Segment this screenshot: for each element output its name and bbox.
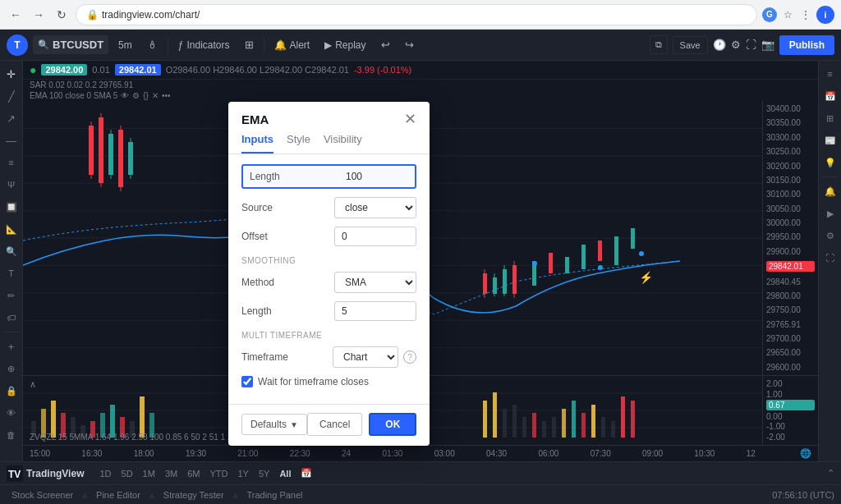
close-indicator-icon[interactable]: ✕ xyxy=(152,91,159,100)
svg-rect-59 xyxy=(522,417,526,438)
symbol-search[interactable]: 🔍 BTCUSDT xyxy=(33,35,108,54)
browser-profile[interactable]: i xyxy=(816,6,834,24)
text-tool-btn[interactable]: T xyxy=(2,263,21,283)
vol-label-neg2: -2.00 xyxy=(766,433,815,442)
source-select[interactable]: close open high low xyxy=(334,197,416,218)
save-btn[interactable]: Save xyxy=(673,36,708,54)
smoothing-length-input[interactable] xyxy=(334,301,416,321)
period-1y[interactable]: 1Y xyxy=(233,467,252,480)
more-indicator-icon[interactable]: ••• xyxy=(162,91,171,100)
settings-btn[interactable]: ⚙ xyxy=(731,39,741,51)
period-5y[interactable]: 5Y xyxy=(255,467,273,480)
price-note-btn[interactable]: 🏷 xyxy=(2,308,21,328)
edit-indicator-icon[interactable]: {} xyxy=(143,91,149,100)
brush-tool-btn[interactable]: ✏ xyxy=(2,286,21,305)
collapse-panels-btn[interactable]: ⌃ xyxy=(827,468,834,479)
zoom-tool-btn[interactable]: 🔍 xyxy=(2,241,21,261)
tab-visibility[interactable]: Visibility xyxy=(324,133,362,153)
offset-row: Offset xyxy=(241,227,416,246)
chart-type-btn[interactable]: 🕯 xyxy=(142,35,163,54)
browser-refresh-btn[interactable]: ↻ xyxy=(53,6,71,24)
horizontal-line-btn[interactable]: — xyxy=(2,131,21,150)
line-tool-btn[interactable]: ╱ xyxy=(2,86,21,106)
time-06: 06:00 xyxy=(538,449,558,458)
lock-btn[interactable]: 🔒 xyxy=(2,381,21,401)
right-sidebar-settings[interactable]: ⚙ xyxy=(820,226,840,245)
indicators-btn[interactable]: ƒ Indicators xyxy=(173,36,235,54)
replay-sidebar-btn[interactable]: ▶ xyxy=(820,204,840,223)
dialog-title: EMA xyxy=(241,112,269,126)
price-label-29950: 29950.00 xyxy=(766,232,815,241)
crosshair-tool-btn[interactable]: ✛ xyxy=(2,64,21,84)
strategy-tester-link[interactable]: Strategy Tester xyxy=(159,488,229,502)
trading-panel-link[interactable]: Trading Panel xyxy=(241,488,307,502)
eye-btn[interactable]: 👁 xyxy=(2,403,21,423)
camera-btn[interactable]: 📷 xyxy=(761,39,774,51)
redo-btn[interactable]: ↪ xyxy=(400,35,419,54)
fullscreen-sidebar-btn[interactable]: ⛶ xyxy=(820,248,840,268)
alert-btn[interactable]: 🔔 Alert xyxy=(269,36,315,54)
ext-icon-2[interactable]: ⋮ xyxy=(798,7,813,22)
chart-layout-btn[interactable]: ⊞ xyxy=(820,108,840,128)
length-input[interactable] xyxy=(342,169,408,184)
fullscreen-btn[interactable]: ⛶ xyxy=(746,39,756,51)
browser-forward-btn[interactable]: → xyxy=(30,6,48,24)
tab-style[interactable]: Style xyxy=(287,133,310,153)
cancel-btn[interactable]: Cancel xyxy=(307,413,362,436)
ohlc-data: O29846.00 H29846.00 L29842.00 C29842.01 xyxy=(166,65,349,75)
wait-checkbox[interactable] xyxy=(241,376,253,387)
calendar-sidebar-btn[interactable]: 📅 xyxy=(820,86,840,106)
alert-sidebar-btn[interactable]: 🔔 xyxy=(820,181,840,201)
chart-add-btn[interactable]: + xyxy=(2,337,21,356)
period-5d[interactable]: 5D xyxy=(117,467,137,480)
calendar-period-icon[interactable]: 📅 xyxy=(296,466,316,480)
dialog-body: Length Source close open high low Offset xyxy=(228,154,430,404)
tab-inputs[interactable]: Inputs xyxy=(241,133,273,153)
browser-url-bar[interactable]: 🔒 tradingview.com/chart/ xyxy=(76,4,757,25)
pattern-tool-btn[interactable]: 🔲 xyxy=(2,197,21,217)
publish-btn[interactable]: Publish xyxy=(779,35,834,55)
change-data: -3.99 (-0.01%) xyxy=(354,65,411,75)
channel-tool-btn[interactable]: ≡ xyxy=(2,153,21,172)
ok-btn[interactable]: OK xyxy=(369,413,416,436)
period-3m[interactable]: 3M xyxy=(161,467,182,480)
dialog-close-btn[interactable]: ✕ xyxy=(404,112,416,126)
status-separator-3: ▲ xyxy=(231,489,241,501)
method-select[interactable]: SMA EMA WMA xyxy=(334,272,416,293)
eye-toggle-icon[interactable]: 👁 xyxy=(121,91,129,100)
watchlist-btn[interactable]: ≡ xyxy=(820,64,840,84)
news-btn[interactable]: 📰 xyxy=(820,131,840,150)
trash-btn[interactable]: 🗑 xyxy=(2,425,21,445)
time-09: 09:00 xyxy=(642,449,663,458)
period-ytd[interactable]: YTD xyxy=(205,467,232,480)
undo-btn[interactable]: ↩ xyxy=(376,35,395,54)
fib-tool-btn[interactable]: Ψ xyxy=(2,175,21,195)
period-1d[interactable]: 1D xyxy=(95,467,115,480)
browser-back-btn[interactable]: ← xyxy=(7,6,25,24)
timezone-btn[interactable]: 🌐 xyxy=(800,448,811,459)
clock-btn[interactable]: 🕐 xyxy=(713,39,726,51)
period-all[interactable]: All xyxy=(275,467,295,480)
time-axis: 15:00 16:30 18:00 19:30 21:00 22:30 24 0… xyxy=(23,445,818,461)
layout-btn[interactable]: ⊞ xyxy=(240,35,259,54)
ideas-btn[interactable]: 💡 xyxy=(820,153,840,172)
period-6m[interactable]: 6M xyxy=(183,467,204,480)
stock-screener-link[interactable]: Stock Screener xyxy=(7,488,78,502)
defaults-btn[interactable]: Defaults ▼ xyxy=(241,414,307,435)
period-1m[interactable]: 1M xyxy=(139,467,159,480)
timeframe-select[interactable]: Chart 1m 5m 15m 1h 4h 1D xyxy=(333,346,398,368)
ema-dialog[interactable]: EMA ✕ Inputs Style Visibility Length Sou… xyxy=(228,102,430,446)
measure-tool-btn[interactable]: 📐 xyxy=(2,219,21,239)
timeframe-btn[interactable]: 5m xyxy=(113,36,137,54)
pine-editor-link[interactable]: Pine Editor xyxy=(91,488,145,502)
window-btn[interactable]: ⧉ xyxy=(650,35,668,54)
replay-btn[interactable]: ▶ Replay xyxy=(319,36,370,54)
svg-rect-28 xyxy=(549,253,553,273)
expand-volume-btn[interactable]: ∧ xyxy=(30,379,36,390)
settings-indicator-icon[interactable]: ⚙ xyxy=(132,91,140,100)
ext-icon-1[interactable]: ☆ xyxy=(780,7,795,22)
offset-input[interactable] xyxy=(334,227,416,246)
magnet-btn[interactable]: ⊕ xyxy=(2,359,21,378)
ray-tool-btn[interactable]: ↗ xyxy=(2,108,21,128)
timeframe-info-icon[interactable]: ? xyxy=(403,351,416,364)
